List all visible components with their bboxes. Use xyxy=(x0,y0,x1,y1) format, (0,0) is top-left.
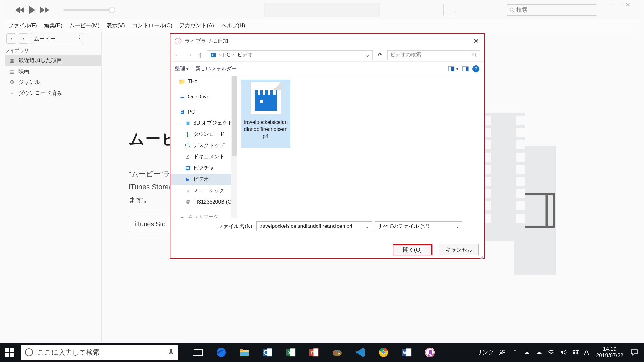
itunes-taskbar-icon[interactable] xyxy=(423,346,437,359)
onedrive-tray-icon[interactable]: ☁ xyxy=(523,348,531,356)
menu-control[interactable]: コントロール(C) xyxy=(129,20,175,31)
resize-grip[interactable]: ◢ xyxy=(480,255,483,259)
menu-movie[interactable]: ムービー(M) xyxy=(67,20,102,31)
nav-back-button[interactable]: ‹ xyxy=(6,33,16,44)
breadcrumb-dropdown[interactable]: ⌄ xyxy=(365,52,370,58)
maximize-button[interactable]: □ xyxy=(618,1,621,8)
search-input[interactable]: 検索 xyxy=(507,4,597,16)
sidebar-item-recent[interactable]: ▦ 最近追加した項目 xyxy=(5,55,101,66)
filter-value: すべてのファイル (*.*) xyxy=(378,223,429,230)
refresh-button[interactable]: ⟳ xyxy=(375,50,385,60)
cancel-button[interactable]: キャンセル xyxy=(439,244,479,255)
file-tile[interactable]: travelpocketsicelandlandoffireandicemp4 xyxy=(241,80,290,148)
tree-label: ネットワーク xyxy=(188,214,219,218)
wifi-icon[interactable] xyxy=(547,348,555,356)
library-selector-label: ムービー xyxy=(34,35,56,42)
list-view-button[interactable] xyxy=(443,4,459,16)
menu-view[interactable]: 表示(V) xyxy=(104,20,128,31)
tree-label: PC xyxy=(188,109,195,115)
tree-scrollbar[interactable] xyxy=(231,76,237,218)
nav-forward[interactable]: → xyxy=(185,51,194,59)
organize-button[interactable]: 整理 ▾ xyxy=(175,65,188,72)
view-mode-button[interactable]: ▾ xyxy=(448,66,458,71)
prev-button[interactable] xyxy=(14,4,26,16)
paint-icon[interactable] xyxy=(330,346,344,359)
tree-thz[interactable]: 📁THz xyxy=(170,76,237,87)
clock-time: 14:19 xyxy=(596,346,623,352)
tree-3d[interactable]: ▣3D オブジェクト xyxy=(170,117,237,129)
nav-forward-button[interactable]: › xyxy=(19,33,28,44)
close-button[interactable]: ✕ xyxy=(625,1,630,8)
library-selector[interactable]: ムービー ˄˅ xyxy=(31,33,83,44)
nav-up[interactable]: ↑ xyxy=(196,51,204,59)
action-center-icon[interactable] xyxy=(630,348,638,356)
start-button[interactable] xyxy=(0,343,19,362)
ime-indicator[interactable]: A xyxy=(584,348,589,357)
file-dialog: ♪ ライブラリに追加 ✕ ← → ↑ › PC › ビデオ ⌄ ⟳ ビデオの検索… xyxy=(170,33,485,259)
tree-network[interactable]: ☁ネットワーク xyxy=(170,211,237,218)
tree-label: デスクトップ xyxy=(194,142,224,149)
dialog-search-input[interactable]: ビデオの検索 xyxy=(387,50,480,60)
store-btn-label: iTunes Sto xyxy=(135,220,166,228)
volume-icon[interactable] xyxy=(560,348,567,356)
new-folder-button[interactable]: 新しいフォルダー xyxy=(195,65,237,72)
help-icon[interactable]: ? xyxy=(472,65,479,72)
edge-icon[interactable] xyxy=(214,346,228,359)
tree-pc[interactable]: 🖥PC xyxy=(170,106,237,117)
open-button[interactable]: 開く(O) xyxy=(393,244,432,255)
chevron-up-icon[interactable]: ˄ xyxy=(511,348,518,356)
preview-pane-button[interactable] xyxy=(462,66,469,71)
tree-label: TI31235200B (C:) xyxy=(194,199,234,205)
dialog-close-button[interactable]: ✕ xyxy=(473,37,479,46)
breadcrumb-folder[interactable]: ビデオ xyxy=(237,51,253,58)
nav-back[interactable]: ← xyxy=(174,51,183,59)
cortana-search[interactable]: ここに入力して検索 xyxy=(21,345,178,360)
breadcrumb-pc[interactable]: PC xyxy=(223,52,230,58)
chevron-down-icon[interactable]: ⌄ xyxy=(365,223,369,229)
tray-link[interactable]: リンク xyxy=(477,348,494,356)
vscode-icon[interactable] xyxy=(354,346,367,359)
sidebar-item-downloaded[interactable]: ⭳ ダウンロード済み xyxy=(5,88,101,98)
file-pane[interactable]: travelpocketsicelandlandoffireandicemp4 xyxy=(237,76,484,218)
breadcrumb[interactable]: › PC › ビデオ ⌄ xyxy=(207,50,373,60)
tree-onedrive[interactable]: ☁OneDrive xyxy=(170,91,237,102)
excel-icon[interactable]: X xyxy=(284,346,298,359)
taskbar-apps: X P W xyxy=(191,346,437,359)
tree-documents[interactable]: 🗎ドキュメント xyxy=(170,151,237,162)
svg-text:W: W xyxy=(403,350,407,355)
explorer-icon[interactable] xyxy=(238,346,251,359)
menu-account[interactable]: アカウント(A) xyxy=(177,20,217,31)
powerpoint-icon[interactable]: P xyxy=(307,346,321,359)
dropbox-icon[interactable] xyxy=(572,348,580,356)
next-button[interactable] xyxy=(38,4,51,16)
tree-desktop[interactable]: 🖵デスクトップ xyxy=(170,140,237,151)
people-icon[interactable] xyxy=(498,348,506,356)
word-icon[interactable]: W xyxy=(400,346,413,359)
svg-rect-31 xyxy=(290,348,295,356)
menu-edit[interactable]: 編集(E) xyxy=(42,20,65,31)
window-controls: ─ □ ✕ xyxy=(610,1,630,8)
onedrive-tray-icon-2[interactable]: ☁ xyxy=(535,348,543,356)
sidebar-item-genre[interactable]: ☺ ジャンル xyxy=(5,77,101,88)
minimize-button[interactable]: ─ xyxy=(610,1,614,8)
itunes-store-button[interactable]: iTunes Sto xyxy=(129,216,172,232)
chrome-icon[interactable] xyxy=(377,346,390,359)
sidebar-item-movies[interactable]: ▤ 映画 xyxy=(5,66,101,77)
outlook-icon[interactable] xyxy=(261,346,274,359)
menu-bar: ファイル(F) 編集(E) ムービー(M) 表示(V) コントロール(C) アカ… xyxy=(5,20,639,32)
task-view-icon[interactable] xyxy=(191,346,205,359)
tree-music[interactable]: ♪ミュージック xyxy=(170,185,237,196)
tree-downloads[interactable]: ⭳ダウンロード xyxy=(170,129,237,140)
tree-videos[interactable]: ▶ビデオ xyxy=(170,174,237,185)
clock[interactable]: 14:19 2019/07/22 xyxy=(596,346,623,359)
tree-pictures[interactable]: 🖼ピクチャ xyxy=(170,162,237,174)
volume-slider[interactable] xyxy=(63,9,115,11)
menu-help[interactable]: ヘルプ(H) xyxy=(219,20,248,31)
chevron-down-icon[interactable]: ⌄ xyxy=(455,223,459,229)
desktop-icon: 🖵 xyxy=(185,143,191,149)
menu-file[interactable]: ファイル(F) xyxy=(5,20,40,31)
tree-cdrive[interactable]: ⛃TI31235200B (C:) xyxy=(170,196,237,208)
play-button[interactable] xyxy=(26,4,38,16)
filename-input[interactable]: travelpocketsicelandlandoffireandicemp4 … xyxy=(256,221,372,231)
filetype-filter[interactable]: すべてのファイル (*.*) ⌄ xyxy=(375,221,462,231)
